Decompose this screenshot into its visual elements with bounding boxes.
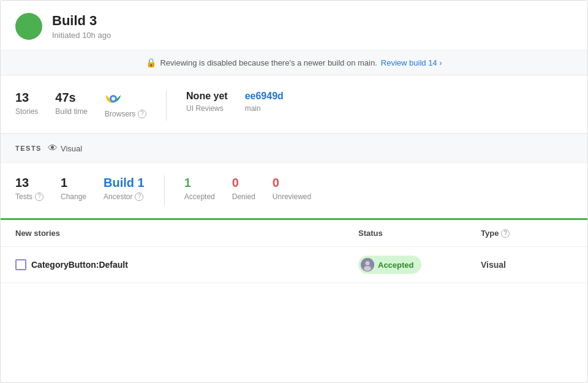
stat-build-time: 47s Build time	[55, 90, 88, 118]
stories-value: 13	[15, 90, 38, 105]
build-title: Build 3	[52, 13, 111, 29]
tests-stat-group-left: 13 Tests ? 1 Change Build 1	[15, 175, 164, 201]
stat-denied: 0 Denied	[232, 175, 255, 201]
commit-label: main	[245, 104, 284, 113]
tests-help-icon[interactable]: ?	[35, 192, 43, 201]
stats-row: 13 Stories 47s Build time	[15, 90, 573, 121]
type-text: Visual	[481, 260, 506, 270]
build-time-value: 47s	[55, 90, 88, 105]
tests-label: TESTS	[15, 145, 42, 152]
story-name-text[interactable]: CategoryButton:Default	[31, 260, 128, 270]
header-info: Build 3 Initiated 10h ago	[52, 13, 111, 39]
col-header-story: New stories	[15, 229, 358, 238]
story-name-cell: CategoryButton:Default	[15, 259, 358, 270]
ancestor-label: Ancestor	[104, 192, 132, 201]
stat-ui-reviews: None yet UI Reviews	[186, 90, 228, 113]
tests-stats: 13 Tests ? 1 Change Build 1	[1, 163, 587, 220]
stat-stories: 13 Stories	[15, 90, 38, 118]
accepted-value: 1	[184, 175, 215, 190]
stats-section: 13 Stories 47s Build time	[1, 75, 587, 134]
col-header-type: Type ?	[481, 229, 573, 238]
stories-label: Stories	[15, 107, 38, 116]
stat-group-right: None yet UI Reviews ee6949d main	[186, 90, 303, 113]
tests-stat-group-right: 1 Accepted 0 Denied 0 Unreviewed	[184, 175, 331, 201]
status-avatar	[361, 258, 374, 271]
status-cell: Accepted	[358, 256, 481, 274]
build-avatar	[15, 13, 42, 40]
stat-browsers: Browsers ?	[105, 90, 146, 118]
stat-accepted: 1 Accepted	[184, 175, 215, 201]
type-cell: Visual	[481, 260, 573, 270]
tests-label-group: Tests ?	[15, 192, 43, 201]
unreviewed-value: 0	[273, 175, 311, 190]
table-section: New stories Status Type ? CategoryButton…	[1, 220, 587, 283]
accepted-label: Accepted	[184, 192, 215, 201]
tests-section: TESTS 👁 Visual 13 Tests ?	[1, 134, 587, 220]
header: Build 3 Initiated 10h ago	[1, 1, 587, 50]
browsers-help-icon[interactable]: ?	[138, 110, 146, 118]
chrome-icon	[105, 90, 122, 107]
ancestor-help-icon[interactable]: ?	[135, 192, 143, 201]
ancestor-label-group: Ancestor ?	[104, 192, 145, 201]
tests-stats-row: 13 Tests ? 1 Change Build 1	[15, 175, 573, 206]
svg-point-5	[366, 261, 370, 265]
col-header-status: Status	[358, 229, 481, 238]
status-text: Accepted	[378, 260, 414, 270]
tests-count-value: 13	[15, 175, 29, 190]
eye-icon: 👁	[48, 143, 58, 154]
tests-value-group: 13	[15, 175, 43, 190]
ancestor-value[interactable]: Build 1	[104, 175, 145, 190]
browsers-label: Browsers	[105, 110, 135, 118]
commit-value[interactable]: ee6949d	[245, 90, 284, 102]
tests-header: TESTS 👁 Visual	[1, 134, 587, 163]
change-label: Change	[61, 192, 86, 201]
stat-unreviewed: 0 Unreviewed	[273, 175, 311, 201]
svg-point-3	[111, 97, 115, 100]
story-name: CategoryButton:Default	[15, 259, 358, 270]
story-icon	[15, 259, 26, 270]
stat-group-left: 13 Stories 47s Build time	[15, 90, 166, 118]
review-build-link[interactable]: Review build 14 ›	[381, 58, 442, 67]
browsers-label-group: Browsers ?	[105, 110, 146, 118]
table-row: CategoryButton:Default Accepted Vi	[1, 247, 587, 283]
stat-tests: 13 Tests ?	[15, 175, 43, 201]
ui-reviews-label: UI Reviews	[186, 104, 228, 113]
build-time-label: Build time	[55, 107, 88, 116]
change-value: 1	[61, 175, 86, 190]
denied-label: Denied	[232, 192, 255, 201]
type-help-icon[interactable]: ?	[501, 229, 510, 238]
unreviewed-label: Unreviewed	[273, 192, 311, 201]
denied-value: 0	[232, 175, 255, 190]
stat-ancestor: Build 1 Ancestor ?	[104, 175, 145, 201]
table-header-row: New stories Status Type ?	[1, 220, 587, 247]
stat-change: 1 Change	[61, 175, 86, 201]
ui-reviews-value: None yet	[186, 90, 228, 102]
status-badge: Accepted	[358, 256, 421, 274]
build-subtitle: Initiated 10h ago	[52, 31, 111, 40]
main-container: Build 3 Initiated 10h ago 🔒 Reviewing is…	[0, 0, 588, 383]
tests-count-label: Tests	[15, 192, 32, 201]
lock-icon: 🔒	[146, 58, 156, 67]
stat-divider	[166, 90, 167, 121]
tests-stat-divider	[164, 175, 165, 206]
stat-commit: ee6949d main	[245, 90, 284, 113]
svg-point-6	[364, 266, 371, 271]
visual-badge: 👁 Visual	[48, 143, 82, 154]
visual-label: Visual	[61, 144, 82, 153]
notice-text: Reviewing is disabled because there's a …	[160, 58, 377, 67]
notice-banner: 🔒 Reviewing is disabled because there's …	[1, 50, 587, 75]
